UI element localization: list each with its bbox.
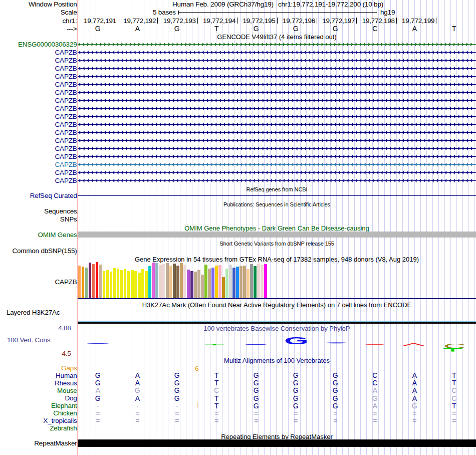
svg-text:A: A [402, 343, 425, 346]
svg-text:G: G [284, 335, 308, 346]
